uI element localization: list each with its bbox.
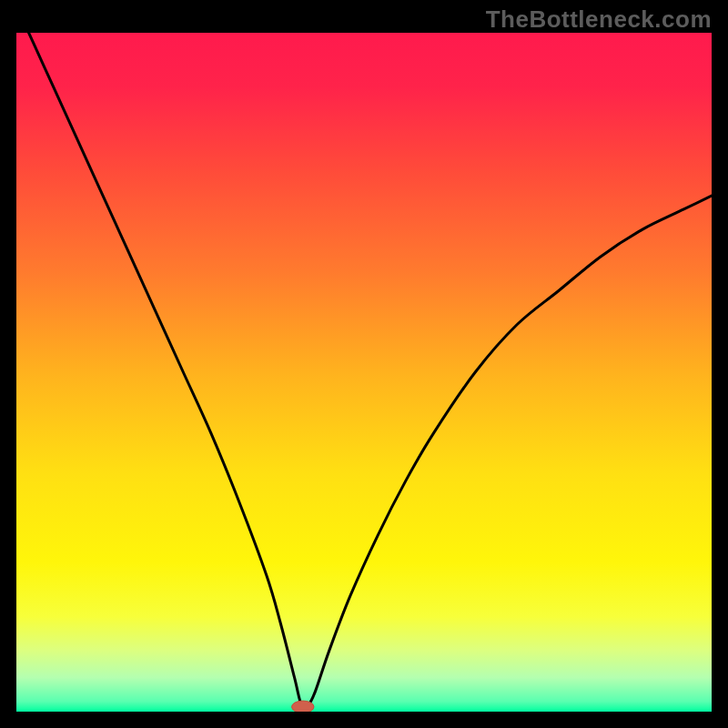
- plot-area: [16, 33, 712, 712]
- minimum-marker: [292, 701, 314, 712]
- watermark-text: TheBottleneck.com: [486, 5, 712, 34]
- chart-svg: [16, 33, 712, 712]
- chart-frame: TheBottleneck.com: [0, 0, 728, 728]
- gradient-background: [16, 33, 712, 712]
